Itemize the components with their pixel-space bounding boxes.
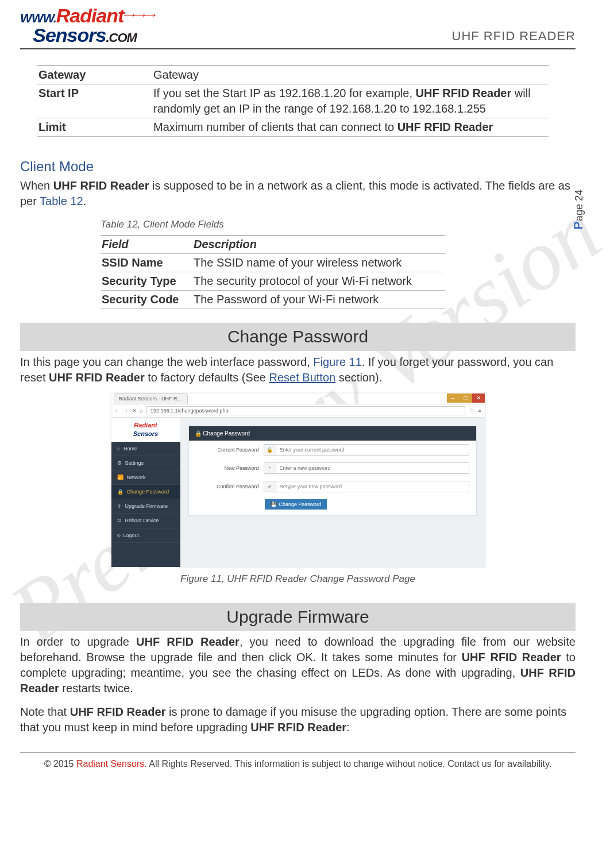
upgrade-paragraph-1: In order to upgrade UHF RFID Reader, you…: [20, 634, 576, 696]
field-cell: Gateway: [37, 66, 152, 84]
network-fields-table: Gateway Gateway Start IP If you set the …: [37, 65, 549, 137]
confirm-password-label: Confirm Password: [196, 483, 259, 490]
close-button[interactable]: ✕: [472, 394, 485, 403]
upload-icon: ⇪: [117, 503, 122, 510]
table12-link[interactable]: Table 12: [40, 195, 83, 207]
client-mode-heading: Client Mode: [20, 157, 576, 176]
new-password-input[interactable]: *: [264, 462, 469, 474]
field-cell: Limit: [37, 118, 152, 137]
nav-network[interactable]: 📶Network: [111, 470, 180, 485]
footer-brand: Radiant Sensors: [76, 759, 144, 769]
logout-icon: ⎋: [117, 532, 120, 539]
forward-icon[interactable]: →: [123, 407, 129, 414]
page-number: Page 24: [570, 190, 587, 230]
current-password-label: Current Password: [196, 446, 259, 453]
table-row: Security Type The security protocol of y…: [101, 272, 445, 291]
logo-radiant: Radiant: [56, 5, 124, 26]
window-buttons: – □ ✕: [447, 394, 485, 404]
desc-cell: If you set the Start IP as 192.168.1.20 …: [152, 84, 549, 118]
page-footer: © 2015 Radiant Sensors. All Rights Reser…: [20, 753, 576, 770]
lock-icon: 🔒: [264, 445, 276, 455]
new-password-field[interactable]: [276, 463, 469, 473]
current-password-field[interactable]: [276, 445, 469, 455]
nav-reboot-device[interactable]: ↻Reboot Device: [111, 514, 180, 528]
main-panel: 🔒 Change Password Current Password 🔒 New…: [188, 426, 477, 516]
nav-upgrade-firmware[interactable]: ⇪Upgrade Firmware: [111, 499, 180, 514]
minimize-button[interactable]: –: [447, 394, 460, 403]
upgrade-firmware-heading: Upgrade Firmware: [20, 603, 576, 631]
asterisk-icon: *: [264, 463, 276, 473]
document-title: UHF RFID READER: [452, 28, 576, 45]
confirm-password-input[interactable]: ✔: [264, 481, 469, 492]
field-cell: Start IP: [37, 84, 152, 118]
browser-titlebar: Radiant Sensors - UHF R… – □ ✕: [111, 394, 485, 404]
back-icon[interactable]: ←: [115, 407, 120, 414]
maximize-button[interactable]: □: [460, 394, 472, 403]
current-password-input[interactable]: 🔒: [264, 444, 469, 456]
nav-settings[interactable]: ⚙Settings: [111, 456, 180, 470]
desc-cell: The security protocol of your Wi-Fi netw…: [192, 272, 445, 291]
url-field[interactable]: 192.168.1.1/changepassword.php: [146, 406, 465, 415]
table-row: Gateway Gateway: [37, 66, 549, 84]
field-cell: Security Code: [101, 291, 192, 309]
brand-logo: WWW.Radiant⟶⟶⟶ Sensors.COM: [20, 6, 155, 45]
col-header-desc: Description: [192, 236, 445, 254]
table-row: Limit Maximum number of clients that can…: [37, 118, 549, 137]
signal-icon: 📶: [117, 474, 123, 481]
bookmark-icon[interactable]: ☆: [469, 406, 474, 415]
nav-change-password[interactable]: 🔒Change Password: [111, 485, 180, 499]
table-row: Security Code The Password of your Wi-Fi…: [101, 291, 445, 309]
table-row: Start IP If you set the Start IP as 192.…: [37, 84, 549, 118]
page-number-p: P: [571, 221, 585, 230]
table-row: SSID Name The SSID name of your wireless…: [101, 254, 445, 272]
figure11-caption: Figure 11, UHF RFID Reader Change Passwo…: [20, 573, 576, 586]
browser-tab[interactable]: Radiant Sensors - UHF R…: [114, 394, 188, 404]
confirm-password-row: Confirm Password ✔: [189, 477, 476, 496]
table-header-row: Field Description: [101, 236, 445, 254]
lock-icon: 🔒: [117, 488, 123, 495]
check-icon: ✔: [264, 481, 276, 492]
gear-icon: ⚙: [117, 460, 122, 466]
change-password-heading: Change Password: [20, 323, 576, 351]
home-icon[interactable]: ⌂: [140, 407, 143, 414]
menu-icon[interactable]: ≡: [478, 407, 481, 414]
client-mode-fields-table: Field Description SSID Name The SSID nam…: [101, 235, 445, 309]
logo-com: .COM: [106, 30, 136, 45]
reset-button-link[interactable]: Reset Button: [269, 371, 336, 384]
nav-sidebar: RadiantSensors ⌂Home ⚙Settings 📶Network …: [111, 418, 180, 567]
field-cell: Security Type: [101, 272, 192, 291]
home-icon: ⌂: [117, 445, 120, 452]
table12-caption: Table 12, Client Mode Fields: [101, 218, 576, 232]
upgrade-paragraph-2: Note that UHF RFID Reader is prone to da…: [20, 704, 576, 735]
desc-cell: The Password of your Wi-Fi network: [192, 291, 445, 309]
save-icon: 💾: [271, 501, 277, 507]
change-password-screenshot: Radiant Sensors - UHF R… – □ ✕ ← → ✕ ⌂ 1…: [111, 394, 485, 567]
browser-addressbar: ← → ✕ ⌂ 192.168.1.1/changepassword.php ☆…: [111, 404, 485, 418]
logo-sensors: Sensors: [33, 24, 106, 46]
page-header: WWW.Radiant⟶⟶⟶ Sensors.COM UHF RFID READ…: [20, 6, 576, 49]
current-password-row: Current Password 🔒: [189, 441, 476, 459]
figure11-link[interactable]: Figure 11: [313, 356, 362, 368]
confirm-password-field[interactable]: [276, 481, 469, 492]
stop-icon[interactable]: ✕: [132, 407, 137, 414]
logo-www: WWW.: [20, 11, 56, 25]
page-number-rest: age 24: [573, 190, 585, 221]
sidebar-brand: RadiantSensors: [111, 418, 180, 442]
new-password-label: New Password: [196, 465, 259, 472]
refresh-icon: ↻: [117, 517, 122, 524]
logo-swoosh-icon: ⟶⟶⟶: [123, 11, 155, 19]
desc-cell: Maximum number of clients that can conne…: [152, 118, 549, 137]
col-header-field: Field: [101, 236, 192, 254]
desc-cell: Gateway: [152, 66, 549, 84]
client-mode-paragraph: When UHF RFID Reader is supposed to be i…: [20, 178, 576, 209]
nav-home[interactable]: ⌂Home: [111, 442, 180, 456]
panel-title: 🔒 Change Password: [189, 426, 476, 441]
change-password-paragraph: In this page you can change the web inte…: [20, 354, 576, 385]
nav-logout[interactable]: ⎋Logout: [111, 528, 180, 543]
new-password-row: New Password *: [189, 459, 476, 477]
field-cell: SSID Name: [101, 254, 192, 272]
change-password-button[interactable]: 💾Change Password: [265, 499, 327, 510]
desc-cell: The SSID name of your wireless network: [192, 254, 445, 272]
